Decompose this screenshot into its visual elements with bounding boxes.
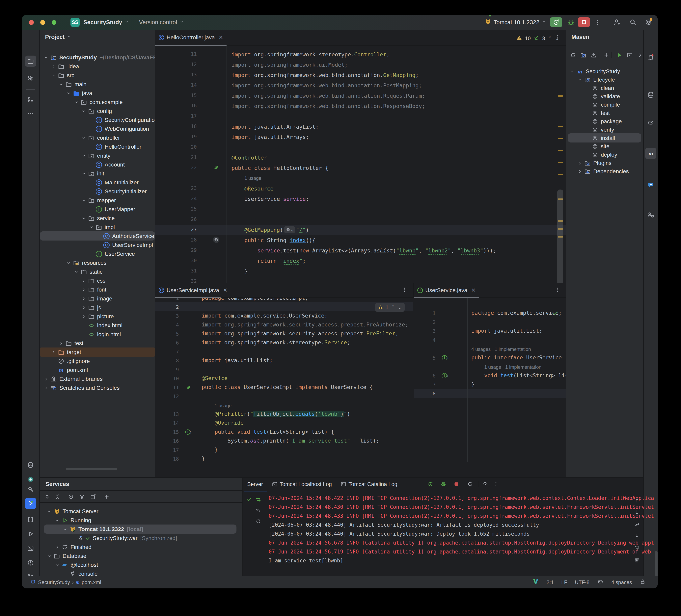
tree-item-SecurityStudy[interactable]: SecurityStudy~/Desktop/CS/JavaEE: [43, 53, 155, 62]
chevron-down-icon[interactable]: [54, 517, 60, 524]
gutter-impl-icon[interactable]: I↓: [442, 372, 449, 379]
tree-item-pom.xml[interactable]: m pom.xml: [50, 366, 88, 375]
tree-item-AuthorizeService[interactable]: C AuthorizeService: [96, 232, 154, 240]
tree-item-Database[interactable]: Database: [46, 552, 86, 560]
project-hscrollbar[interactable]: [66, 468, 117, 470]
maven-toolbar-download[interactable]: [590, 51, 598, 59]
maven-toolbar-chev-right[interactable]: [636, 51, 643, 59]
indent-setting[interactable]: 4 spaces: [611, 579, 632, 586]
breadcrumb[interactable]: SecurityStudy › m pom.xml: [30, 579, 101, 586]
services-toolbar-filter[interactable]: [78, 493, 86, 501]
tree-item-entity[interactable]: entity: [80, 151, 110, 160]
tool-button-commit[interactable]: [25, 72, 36, 83]
tree-item-UserMapper[interactable]: I UserMapper: [88, 205, 135, 214]
more-actions-button[interactable]: [593, 17, 602, 27]
tree-item-init[interactable]: init: [80, 169, 104, 178]
editor-vscrollbar[interactable]: [557, 189, 563, 297]
tab-hellocontroller[interactable]: C HelloController.java✕: [155, 30, 227, 45]
tool-button-problems[interactable]: [25, 557, 36, 568]
maven-toolbar-box-play[interactable]: [626, 51, 634, 59]
chevron-right-icon[interactable]: [80, 313, 87, 320]
close-tab-icon[interactable]: ✕: [471, 287, 476, 293]
chevron-down-icon[interactable]: [46, 553, 53, 560]
tree-item-controller[interactable]: controller: [80, 133, 120, 142]
tool-button-notifications-bell[interactable]: [645, 52, 656, 63]
tree-item-image[interactable]: image: [80, 294, 112, 303]
tool-button-database[interactable]: [25, 459, 36, 470]
tree-item-Account[interactable]: C Account: [88, 160, 125, 169]
close-window-button[interactable]: [29, 20, 34, 25]
chevron-down-icon[interactable]: [62, 526, 69, 533]
tool-button-code-with-me[interactable]: [645, 209, 656, 221]
console-toolbar-rerun-g[interactable]: [426, 480, 434, 488]
chevron-down-icon[interactable]: [80, 170, 87, 177]
console-gutter-refresh[interactable]: [254, 517, 262, 525]
chevron-down-icon[interactable]: [73, 99, 80, 106]
chevron-right-icon[interactable]: [80, 295, 87, 302]
tree-item-test[interactable]: test: [58, 339, 83, 348]
console-toolbar-kebab[interactable]: [492, 480, 500, 488]
stop-button[interactable]: [578, 17, 590, 27]
tree-item-Running[interactable]: Running: [54, 516, 91, 525]
chevron-right-icon[interactable]: [80, 304, 87, 311]
chevron-down-icon[interactable]: [88, 224, 95, 231]
vcs-menu[interactable]: Version control: [139, 15, 184, 30]
tree-item-install[interactable]: install: [584, 134, 615, 143]
tree-item-js[interactable]: js: [80, 303, 101, 312]
url-mapping-chip[interactable]: ⌄: [284, 226, 295, 233]
console-gutter-undo[interactable]: [254, 507, 262, 514]
chevron-down-icon[interactable]: [65, 90, 72, 97]
search-everywhere-button[interactable]: [628, 17, 638, 27]
gutter-leafimpl-icon[interactable]: I↓: [442, 354, 449, 361]
editor-options-icon[interactable]: [401, 287, 408, 294]
tree-item-SecurityInitializer[interactable]: C SecurityInitializer: [88, 187, 147, 196]
minimize-window-button[interactable]: [40, 20, 45, 25]
chevron-down-icon[interactable]: [569, 68, 576, 75]
maven-toolbar-refresh[interactable]: [569, 51, 577, 59]
tree-item-Plugins[interactable]: Plugins: [577, 159, 611, 168]
tree-item-test[interactable]: test: [584, 109, 610, 118]
tree-item-package[interactable]: package: [584, 117, 622, 126]
chevron-right-icon[interactable]: [50, 63, 57, 70]
chevron-down-icon[interactable]: [80, 215, 87, 222]
tree-item-site[interactable]: site: [584, 142, 609, 151]
tool-button-brackets[interactable]: [25, 514, 36, 525]
settings-button[interactable]: [643, 17, 654, 27]
services-toolbar-targeto[interactable]: [67, 493, 75, 501]
run-config-selector[interactable]: Tomcat 10.1.2322: [484, 15, 547, 30]
console-gutter-swap[interactable]: [254, 495, 262, 504]
tree-item-java[interactable]: java: [65, 89, 92, 98]
chevron-right-icon[interactable]: [577, 168, 583, 175]
console-scroll-printer[interactable]: [633, 544, 641, 552]
tree-item-@localhost[interactable]: @localhost: [54, 561, 98, 569]
project-selector[interactable]: SecurityStudy: [83, 15, 129, 30]
chevron-right-icon[interactable]: [43, 385, 49, 391]
tool-button-chat[interactable]: [645, 180, 656, 191]
editor-impl[interactable]: 1package com.example.service.impl;21⌃⌄3i…: [155, 298, 413, 462]
tree-item-.gitignore[interactable]: .gitignore: [50, 357, 90, 365]
chevron-right-icon[interactable]: [577, 160, 583, 166]
tree-item-resources[interactable]: resources: [65, 259, 106, 267]
tool-button-database[interactable]: [645, 89, 656, 100]
tree-item-config[interactable]: config: [80, 107, 112, 116]
line-separator[interactable]: LF: [561, 579, 567, 586]
tree-item-service[interactable]: service: [80, 214, 115, 223]
tree-item-SecurityConfiguration[interactable]: C SecurityConfiguration: [88, 116, 155, 124]
tree-item-Finished[interactable]: Finished: [54, 543, 92, 551]
console-scroll-arrow-up[interactable]: [633, 496, 641, 505]
tree-item-font[interactable]: font: [80, 285, 106, 294]
tool-button-structure[interactable]: [25, 94, 36, 105]
chevron-down-icon[interactable]: [54, 562, 60, 568]
tree-item-static[interactable]: static: [73, 267, 102, 276]
gutter-leaf-icon[interactable]: [185, 384, 192, 391]
chevron-right-icon[interactable]: [58, 340, 65, 347]
console-toolbar-stop-red[interactable]: [452, 480, 460, 488]
console-toolbar-bug-g[interactable]: [439, 480, 447, 488]
tree-item-verify[interactable]: verify: [584, 125, 614, 134]
tree-item-Tomcat-Server[interactable]: Tomcat Server: [46, 507, 99, 516]
tree-item-SecurityStudy:war[interactable]: SecurityStudy:war [Synchronized]: [70, 534, 177, 543]
chevron-down-icon[interactable]: [43, 54, 49, 61]
console-tab-Tomcat-Localhost-Log[interactable]: Tomcat Localhost Log: [268, 478, 336, 491]
editor-iface[interactable]: 1package com.example.service;23import ja…: [414, 298, 566, 462]
caret-position[interactable]: 2:1: [547, 579, 554, 586]
